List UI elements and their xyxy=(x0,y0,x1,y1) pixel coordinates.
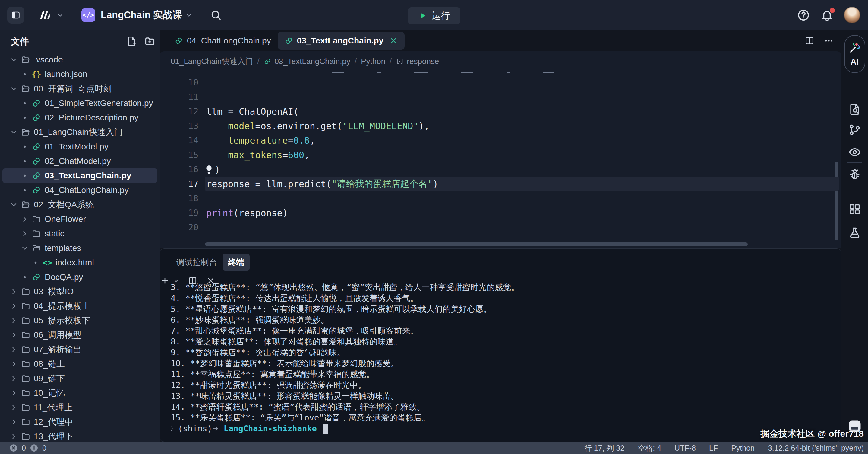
terminal-line: 12. **甜漾时光蛋糕店**: 强调甜蜜荡漾在时光中。 xyxy=(170,380,835,391)
close-icon[interactable] xyxy=(389,36,398,45)
line-number: 15 xyxy=(160,150,198,160)
tree-item[interactable]: 01_LangChain快速入门 xyxy=(2,125,157,139)
tree-item[interactable]: 08_链上 xyxy=(2,357,157,371)
chevron-right-icon xyxy=(8,389,19,398)
tree-item[interactable]: OneFlower xyxy=(2,212,157,226)
tree-item[interactable]: 02_PictureDescription.py xyxy=(2,111,157,125)
tree-item[interactable]: 01_SimpleTextGeneration.py xyxy=(2,96,157,111)
tree-item[interactable]: 13_代理下 xyxy=(2,429,157,442)
file-explorer: 文件 .vscode{}launch.json00_开篇词_奇点时刻01_Sim… xyxy=(0,30,160,442)
tree-item[interactable]: DocQA.py xyxy=(2,270,157,284)
tree-item[interactable]: 10_记忆 xyxy=(2,386,157,400)
tree-item[interactable]: 12_代理中 xyxy=(2,415,157,429)
preview-icon xyxy=(848,145,861,159)
project-title[interactable]: LangChain 实战课 xyxy=(101,8,182,22)
panel-tab-bar: 调试控制台终端 xyxy=(160,249,841,276)
run-button[interactable]: 运行 xyxy=(408,7,460,24)
folder-icon xyxy=(19,344,32,355)
new-file-icon[interactable] xyxy=(126,36,137,47)
editor-tab-strip: 04_ChatLongChain.py03_TextLangChain.py xyxy=(160,30,841,51)
tree-item[interactable]: 03_模型IO xyxy=(2,284,157,299)
terminal-prompt[interactable]: (shims)LangChain-shizhanke xyxy=(170,423,835,434)
more-actions-icon[interactable] xyxy=(824,36,834,46)
horizontal-scrollbar[interactable] xyxy=(205,243,748,246)
warnings-icon[interactable] xyxy=(30,444,39,453)
new-terminal-icon[interactable] xyxy=(160,276,170,286)
terminal-line: 3. **悠蜜蛋糕店**: “悠”体现出悠然、惬意，“蜜”突出甜蜜，给人一种享受… xyxy=(170,282,835,293)
tree-item[interactable]: 05_提示模板下 xyxy=(2,313,157,328)
help-icon[interactable] xyxy=(797,8,810,22)
chevron-down-icon[interactable] xyxy=(56,11,64,19)
errors-count[interactable]: 0 xyxy=(22,444,26,453)
tree-item[interactable]: 04_提示模板上 xyxy=(2,299,157,313)
file-search-button[interactable] xyxy=(848,103,861,117)
tab-label: 03_TextLangChain.py xyxy=(297,36,383,46)
chevron-right-icon xyxy=(8,345,19,354)
experiments-button[interactable] xyxy=(848,226,861,241)
watermark: 掘金技术社区 @ offer718 xyxy=(761,428,864,440)
indentation[interactable]: 空格: 4 xyxy=(638,443,661,453)
sidebar-toggle-button[interactable] xyxy=(7,7,24,24)
extensions-icon xyxy=(848,203,861,216)
cursor-position[interactable]: 行 17, 列 32 xyxy=(584,443,624,453)
tree-item[interactable]: <>index.html xyxy=(2,255,157,270)
language-mode[interactable]: Python xyxy=(731,444,755,453)
lightbulb-icon xyxy=(204,164,214,174)
tree-item[interactable]: .vscode xyxy=(2,53,157,67)
code-editor[interactable]: 101112llm = ChatOpenAI(13 model=os.envir… xyxy=(160,71,841,249)
tree-item-label: 11_代理上 xyxy=(34,402,73,413)
panel-tab[interactable]: 终端 xyxy=(222,254,250,271)
source-control-button[interactable] xyxy=(848,123,861,138)
tree-item[interactable]: 04_ChatLongChain.py xyxy=(2,183,157,197)
tree-item[interactable]: 00_开篇词_奇点时刻 xyxy=(2,82,157,96)
tree-item[interactable]: {}launch.json xyxy=(2,67,157,82)
chevron-right-icon xyxy=(8,287,19,296)
tree-item[interactable]: 11_代理上 xyxy=(2,400,157,415)
interpreter[interactable]: 3.12.2 64-bit ('shims': pyenv) xyxy=(768,444,864,453)
tree-item[interactable]: 06_调用模型 xyxy=(2,328,157,342)
tree-item[interactable]: 02_ChatModel.py xyxy=(2,154,157,168)
extensions-button[interactable] xyxy=(848,203,861,217)
panel-tab[interactable]: 调试控制台 xyxy=(171,254,222,271)
encoding[interactable]: UTF-8 xyxy=(675,444,696,453)
tree-item[interactable]: 03_TextLangChain.py xyxy=(2,168,157,183)
tree-item[interactable]: templates xyxy=(2,241,157,255)
folder-icon xyxy=(19,417,32,427)
split-editor-icon[interactable] xyxy=(804,36,815,46)
langchain-file-icon xyxy=(30,156,43,166)
tree-item-label: 02_PictureDescription.py xyxy=(44,113,138,122)
breadcrumb-item[interactable]: 03_TextLangChain.py xyxy=(264,57,350,66)
editor-tab[interactable]: 04_ChatLongChain.py xyxy=(167,32,278,50)
tree-item-label: 04_ChatLongChain.py xyxy=(44,185,129,195)
breadcrumb-item[interactable]: 01_LangChain快速入门 xyxy=(170,56,253,67)
tree-item-label: 07_解析输出 xyxy=(34,344,82,355)
tree-item[interactable]: 07_解析输出 xyxy=(2,342,157,357)
debug-button[interactable] xyxy=(848,168,861,183)
breadcrumb-item[interactable]: response xyxy=(396,57,439,66)
new-folder-icon[interactable] xyxy=(144,36,156,47)
editor-tab[interactable]: 03_TextLangChain.py xyxy=(278,32,405,50)
chevron-down-icon[interactable] xyxy=(185,11,193,19)
search-icon[interactable] xyxy=(210,9,222,21)
tree-item[interactable]: 01_TextModel.py xyxy=(2,139,157,154)
eol[interactable]: LF xyxy=(709,444,718,453)
project-badge: </> xyxy=(82,8,95,22)
warnings-count[interactable]: 0 xyxy=(42,444,46,453)
tree-item[interactable]: 02_文档QA系统 xyxy=(2,197,157,212)
chevron-down-icon xyxy=(8,128,19,137)
preview-button[interactable] xyxy=(848,145,861,160)
terminal-output[interactable]: 3. **悠蜜蛋糕店**: “悠”体现出悠然、惬意，“蜜”突出甜蜜，给人一种享受… xyxy=(170,276,835,441)
code-line: 17response = llm.predict("请给我的蛋糕店起个名") xyxy=(160,177,841,191)
marscode-logo-icon[interactable] xyxy=(36,8,54,22)
ai-assistant-button[interactable]: AI xyxy=(844,35,865,73)
errors-icon[interactable] xyxy=(9,444,18,453)
tree-item[interactable]: static xyxy=(2,226,157,241)
breadcrumb-item[interactable]: Python xyxy=(361,57,385,66)
vertical-scrollbar[interactable] xyxy=(835,162,838,240)
notifications-bell-icon[interactable] xyxy=(820,8,834,22)
tree-item[interactable]: 09_链下 xyxy=(2,371,157,386)
chevron-right-icon xyxy=(8,331,19,340)
terminal-line: 13. **味蕾精灵蛋糕店**: 形容蛋糕能像精灵一样触动味蕾。 xyxy=(170,391,835,401)
avatar[interactable] xyxy=(844,7,860,23)
tree-item-label: 01_LangChain快速入门 xyxy=(34,126,122,138)
